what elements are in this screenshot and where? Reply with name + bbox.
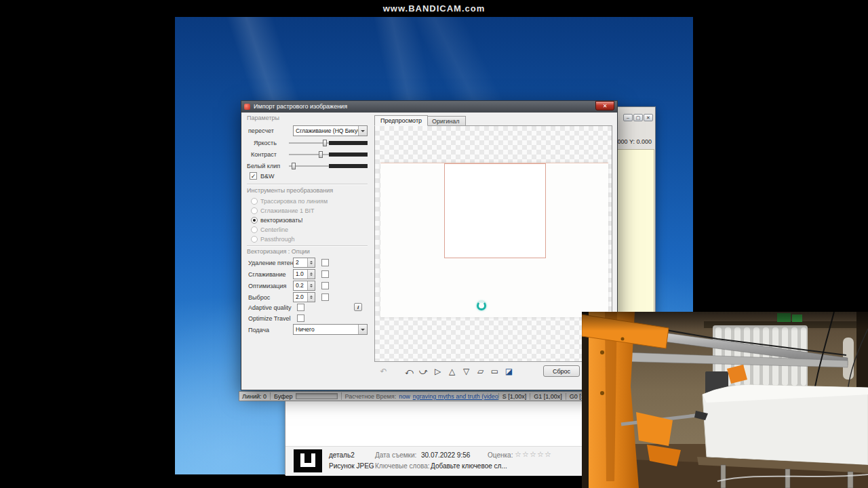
frame-icon[interactable]: ▭ — [488, 366, 501, 378]
photo-thumbnail[interactable] — [294, 449, 322, 472]
smoothing-value: 1.0 — [296, 270, 304, 277]
flip-down-icon[interactable]: ▽ — [460, 366, 473, 378]
optimize-travel-label: Optimize Travel — [248, 315, 291, 322]
star-icon[interactable]: ☆ — [545, 450, 552, 459]
coordinate-readout: 000 Y: 0.000 — [618, 138, 652, 145]
photo-date-label: Дата съемки: — [375, 451, 416, 459]
webcam-photo — [582, 312, 868, 488]
dialog-title: Импорт растрового изображения — [254, 103, 347, 110]
photo-filename: деталь2 — [329, 451, 355, 459]
adaptive-quality-checkbox[interactable] — [297, 304, 304, 311]
slider-fill — [329, 141, 368, 145]
feed-value: Ничего — [296, 326, 315, 333]
resample-label: пересчет — [248, 127, 274, 134]
feed-label: Подача — [248, 327, 269, 333]
radio-vectorize[interactable] — [251, 217, 258, 224]
star-icon[interactable]: ☆ — [522, 450, 530, 459]
spin-arrows-icon[interactable] — [307, 293, 315, 302]
flip-horizontal-icon[interactable]: ▷ — [431, 366, 444, 378]
radio-centerline[interactable] — [251, 226, 258, 233]
rotate-left-icon[interactable]: ⤺ — [403, 366, 416, 378]
slider-fill — [329, 164, 368, 168]
optimization-label: Оптимизация — [248, 283, 286, 289]
status-divider — [341, 392, 342, 400]
buffer-progressbar — [296, 393, 338, 399]
white-clip-slider[interactable] — [289, 162, 368, 170]
optimization-spinner[interactable]: 0.2 — [293, 281, 315, 291]
slider-thumb[interactable] — [292, 163, 296, 169]
radio-smooth-1bit[interactable] — [251, 207, 258, 214]
photo-rating-stars: ☆☆☆☆☆ — [515, 450, 552, 459]
bw-label: B&W — [260, 173, 275, 180]
star-icon[interactable]: ☆ — [515, 450, 522, 459]
window-controls: –▢✕ — [623, 110, 653, 122]
smoothing-checkbox[interactable] — [321, 270, 329, 278]
star-icon[interactable]: ☆ — [537, 450, 545, 459]
outlier-checkbox[interactable] — [321, 293, 329, 301]
brightness-slider[interactable] — [289, 139, 368, 147]
tab-original[interactable]: Оригинал — [426, 116, 466, 126]
optimization-checkbox[interactable] — [321, 282, 329, 289]
spin-arrows-icon[interactable] — [307, 258, 315, 267]
spin-arrows-icon[interactable] — [307, 270, 315, 279]
photo-date-value: 30.07.2022 9:56 — [421, 451, 470, 459]
rotate-right-icon[interactable]: ⤻ — [417, 366, 430, 378]
bandicam-watermark-text: www.BANDICAM.com — [383, 3, 486, 14]
bandicam-watermark-bar: www.BANDICAM.com — [0, 0, 868, 17]
letterbox-left — [0, 0, 175, 488]
preview-image — [380, 163, 608, 317]
video-link[interactable]: ngraving myths and truth (video — [413, 393, 498, 400]
radio-vectorize-label: векторизовать! — [260, 217, 303, 224]
outlier-value: 2.0 — [296, 293, 304, 300]
star-icon[interactable]: ☆ — [530, 450, 537, 459]
contrast-label: Контраст — [251, 151, 277, 158]
radio-passthrough[interactable] — [251, 236, 258, 243]
photo-type: Рисунок JPEG — [329, 462, 374, 470]
spin-arrows-icon[interactable] — [307, 281, 315, 290]
despeckle-label: Удаление пятен — [248, 260, 294, 266]
status-divider — [270, 392, 271, 400]
brightness-label: Яркость — [254, 140, 277, 146]
dialog-title-bar[interactable]: Импорт растрового изображения ✕ — [241, 101, 617, 113]
tab-preview[interactable]: Предпросмотр — [374, 115, 428, 126]
import-raster-dialog: Импорт растрового изображения ✕ Параметр… — [241, 100, 618, 390]
tools-group-label: Инструменты преобразования — [247, 187, 333, 194]
smoothing-label: Сглаживание — [248, 271, 286, 278]
radio-trace-lines[interactable] — [251, 198, 258, 205]
close-button[interactable]: ✕ — [644, 114, 653, 121]
loading-spinner-icon — [477, 301, 486, 310]
preview-image-outline — [444, 163, 546, 258]
feed-dropdown[interactable]: Ничего — [293, 324, 368, 335]
contrast-slider[interactable] — [289, 150, 368, 159]
outlier-spinner[interactable]: 2.0 — [293, 292, 315, 302]
photo-keywords-value[interactable]: Добавьте ключевое сл... — [431, 462, 507, 470]
slider-thumb[interactable] — [323, 140, 327, 146]
reset-button[interactable]: Сброс — [543, 365, 580, 377]
flip-up-icon[interactable]: △ — [446, 366, 458, 378]
dropdown-arrow-icon — [358, 126, 367, 136]
adaptive-quality-label: Adaptive quality — [248, 304, 292, 311]
optimize-travel-checkbox[interactable] — [297, 314, 304, 322]
despeckle-spinner[interactable]: 2 — [293, 258, 315, 268]
trace-icon[interactable]: ◪ — [502, 366, 515, 378]
minimize-button[interactable]: – — [623, 114, 633, 121]
radio-trace-lines-label: Трассировка по линиям — [260, 198, 328, 205]
white-clip-label: Белый клип — [247, 163, 280, 169]
dropdown-arrow-icon — [358, 325, 367, 334]
slider-thumb[interactable] — [319, 151, 323, 158]
shear-icon[interactable]: ▱ — [474, 366, 487, 378]
bw-checkbox[interactable]: ✓ — [250, 172, 257, 180]
webcam-overlay — [582, 312, 868, 488]
despeckle-checkbox[interactable] — [321, 259, 329, 266]
speed-s-indicator: S [1,00x] — [498, 393, 530, 400]
smoothing-spinner[interactable]: 1.0 — [293, 269, 315, 279]
undo-icon[interactable]: ↶ — [377, 366, 390, 378]
maximize-button[interactable]: ▢ — [633, 114, 643, 121]
info-icon[interactable]: i — [354, 303, 362, 311]
preview-canvas[interactable] — [374, 125, 612, 362]
resample-dropdown[interactable]: Сглаживание (HQ Бикубичес — [293, 125, 368, 136]
photo-thumbnail-shape — [300, 453, 315, 467]
divider — [247, 245, 368, 246]
photo-rating-label: Оценка: — [488, 451, 513, 459]
dialog-close-button[interactable]: ✕ — [595, 101, 614, 110]
